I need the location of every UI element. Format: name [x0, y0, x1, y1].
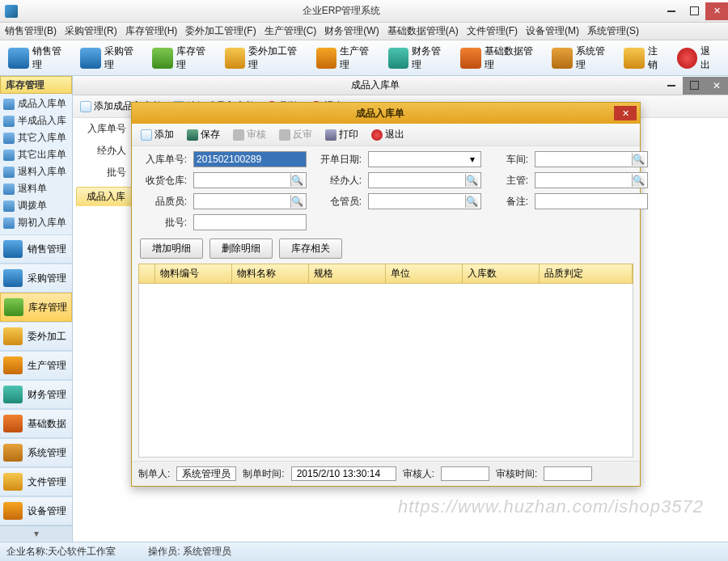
- add-icon: [141, 129, 152, 141]
- gh-rowhead: [139, 264, 155, 283]
- lookup-icon[interactable]: 🔍: [290, 195, 303, 208]
- menu-system[interactable]: 系统管理(S): [587, 24, 639, 38]
- tb-exit[interactable]: 退出: [672, 43, 725, 74]
- doc-icon: [3, 183, 15, 195]
- dlg-tb-audit[interactable]: 审核: [231, 127, 269, 142]
- input-remark[interactable]: [535, 193, 648, 209]
- gh-5[interactable]: 品质判定: [540, 264, 633, 283]
- tb-outsource[interactable]: 委外加工管理: [220, 43, 311, 74]
- nav-basedata[interactable]: 基础数据: [0, 409, 72, 438]
- tree-item-3[interactable]: 其它出库单: [0, 146, 72, 163]
- doc-icon: [3, 167, 15, 178]
- gh-1[interactable]: 物料名称: [232, 264, 309, 283]
- menu-finance[interactable]: 财务管理(W): [324, 24, 379, 38]
- input-qc[interactable]: 🔍: [193, 193, 307, 209]
- gh-4[interactable]: 入库数: [463, 264, 540, 283]
- child-close-button[interactable]: ✕: [705, 77, 728, 95]
- dlg-tb-add[interactable]: 添加: [138, 127, 176, 142]
- sidebar-scroll-down[interactable]: ▾: [0, 525, 72, 540]
- tb-basedata[interactable]: 基础数据管理: [455, 43, 547, 74]
- input-wk[interactable]: 🔍: [368, 193, 481, 209]
- tb-logout[interactable]: 注销: [619, 43, 671, 74]
- status-company-label: 企业名称:: [6, 546, 48, 557]
- nav-device[interactable]: 设备管理: [0, 496, 72, 525]
- dlg-tb-unaudit-label: 反审: [293, 128, 312, 141]
- grid-body[interactable]: [138, 284, 633, 458]
- tb-inventory[interactable]: 库存管理: [147, 43, 219, 74]
- nav-sales[interactable]: 销售管理: [0, 234, 72, 264]
- lbl-remark: 备注:: [488, 195, 528, 209]
- tb-finance[interactable]: 财务管理: [383, 43, 455, 74]
- nav-production-icon: [3, 356, 23, 374]
- tb-purchase[interactable]: 采购管理: [75, 43, 147, 74]
- nav-finance-icon: [3, 386, 23, 403]
- input-warehouse[interactable]: 🔍: [193, 172, 307, 188]
- lookup-icon[interactable]: 🔍: [290, 174, 303, 187]
- grid-header: 物料编号 物料名称 规格 单位 入库数 品质判定: [138, 264, 633, 284]
- tb-sales[interactable]: 销售管理: [3, 43, 75, 74]
- gh-3[interactable]: 单位: [386, 264, 463, 283]
- lookup-icon[interactable]: 🔍: [465, 195, 478, 208]
- input-date[interactable]: ▾: [368, 151, 481, 167]
- menu-file[interactable]: 文件管理(F): [467, 24, 518, 38]
- btn-add-detail[interactable]: 增加明细: [140, 238, 203, 259]
- child-maximize-button[interactable]: [683, 77, 705, 95]
- nav-inventory[interactable]: 库存管理: [0, 293, 72, 322]
- dlg-tb-exit[interactable]: 退出: [369, 127, 407, 142]
- tree-item-2[interactable]: 其它入库单: [0, 129, 72, 146]
- menu-purchase[interactable]: 采购管理(R): [65, 24, 117, 38]
- input-manager[interactable]: 🔍: [535, 172, 648, 188]
- nav-purchase[interactable]: 采购管理: [0, 264, 72, 293]
- maximize-button[interactable]: [683, 2, 705, 20]
- ft-auditor: [441, 466, 489, 481]
- tree-item-6[interactable]: 调拨单: [0, 197, 72, 214]
- tree-label: 退料单: [18, 182, 47, 196]
- input-workshop[interactable]: 🔍: [535, 151, 648, 167]
- menu-basedata[interactable]: 基础数据管理(A): [387, 24, 459, 38]
- tb-production[interactable]: 生产管理: [311, 43, 383, 74]
- child-minimize-button[interactable]: [660, 77, 683, 95]
- tree-item-0[interactable]: 成品入库单: [0, 95, 72, 112]
- menu-inventory[interactable]: 库存管理(H): [125, 24, 178, 38]
- btn-stock-rel[interactable]: 库存相关: [279, 238, 342, 259]
- nav-label: 设备管理: [28, 504, 66, 518]
- dlg-tb-save[interactable]: 保存: [184, 127, 222, 142]
- nav-file[interactable]: 文件管理: [0, 467, 72, 496]
- menu-device[interactable]: 设备管理(M): [526, 24, 579, 38]
- input-batch[interactable]: [193, 214, 307, 230]
- dialog-close-button[interactable]: ✕: [614, 106, 637, 120]
- dialog-titlebar[interactable]: 成品入库单 ✕: [132, 103, 640, 124]
- input-person[interactable]: 🔍: [368, 172, 481, 188]
- tb-system[interactable]: 系统管理: [547, 43, 619, 74]
- nav-outsource[interactable]: 委外加工: [0, 322, 72, 351]
- gh-2[interactable]: 规格: [309, 264, 386, 283]
- ft-audittime: [544, 466, 592, 481]
- tree-item-1[interactable]: 半成品入库: [0, 112, 72, 129]
- menu-outsource[interactable]: 委外加工管理(F): [185, 24, 256, 38]
- nav-finance[interactable]: 财务管理: [0, 380, 72, 409]
- gh-0[interactable]: 物料编号: [155, 264, 232, 283]
- dropdown-icon[interactable]: ▾: [467, 154, 478, 165]
- exit-icon: [371, 129, 383, 141]
- nav-label: 委外加工: [28, 330, 66, 344]
- btn-del-detail[interactable]: 删除明细: [210, 238, 273, 259]
- close-button[interactable]: [705, 2, 728, 20]
- save-icon: [187, 129, 198, 141]
- nav-production[interactable]: 生产管理: [0, 351, 72, 380]
- tree-item-5[interactable]: 退料单: [0, 180, 72, 197]
- tree-item-4[interactable]: 退料入库单: [0, 163, 72, 180]
- nav-label: 生产管理: [28, 359, 66, 373]
- tree-item-7[interactable]: 期初入库单: [0, 214, 72, 231]
- lookup-icon[interactable]: 🔍: [465, 174, 478, 187]
- lookup-icon[interactable]: 🔍: [632, 153, 645, 166]
- tab-finished-in[interactable]: 成品入库: [76, 187, 136, 206]
- dlg-tb-unaudit[interactable]: 反审: [277, 127, 315, 142]
- basedata-icon: [460, 48, 481, 69]
- minimize-button[interactable]: [660, 2, 683, 20]
- nav-system[interactable]: 系统管理: [0, 438, 72, 467]
- menu-sales[interactable]: 销售管理(B): [5, 24, 57, 38]
- input-no[interactable]: 201502100289: [193, 151, 307, 167]
- dlg-tb-print[interactable]: 打印: [323, 127, 361, 142]
- menu-production[interactable]: 生产管理(C): [265, 24, 317, 38]
- lookup-icon[interactable]: 🔍: [632, 174, 645, 187]
